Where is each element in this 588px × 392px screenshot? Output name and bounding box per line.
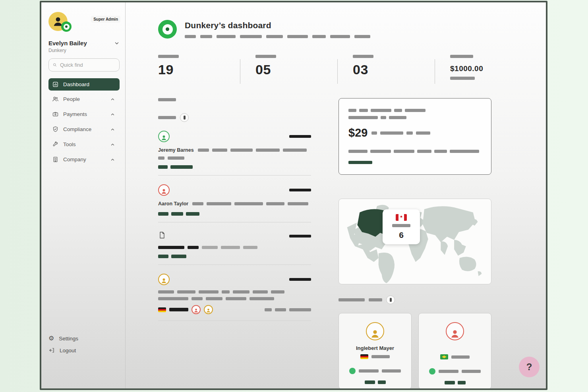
link-redacted[interactable]: [458, 381, 466, 384]
pagination-redacted[interactable]: [265, 308, 311, 311]
redacted-bar: [289, 308, 311, 311]
redacted-bar: [266, 35, 283, 38]
sidebar-item-tools[interactable]: Tools: [48, 138, 120, 151]
stat-value: 19: [158, 62, 225, 77]
activity-item[interactable]: [158, 265, 311, 321]
redacted-bar: [250, 297, 274, 300]
redacted-bar: [406, 131, 413, 135]
activity-item[interactable]: Jeremy Barnes: [158, 122, 311, 176]
redacted-bar: [288, 202, 308, 205]
redacted-bar: [192, 202, 203, 205]
sidebar-item-dashboard[interactable]: Dashboard: [48, 78, 120, 91]
search-input[interactable]: [60, 62, 116, 68]
info-toggle-button[interactable]: [386, 295, 395, 304]
link-redacted[interactable]: [445, 381, 455, 384]
profile-block: Super Admin: [48, 12, 120, 37]
status-dot-icon: [349, 368, 356, 374]
redacted-bar: [348, 150, 368, 153]
redacted-bar: [359, 369, 379, 373]
link-redacted[interactable]: [158, 255, 168, 258]
timestamp-redacted: [289, 189, 311, 191]
redacted-bar: [191, 297, 203, 300]
redacted-bar: [389, 116, 406, 119]
sidebar-item-label: People: [63, 96, 80, 102]
stat-card: 03: [353, 54, 420, 77]
sidebar-item-compliance[interactable]: Compliance: [48, 123, 120, 136]
person-card[interactable]: [418, 313, 491, 389]
person-card[interactable]: Inglebert Mayer: [338, 313, 412, 389]
main-content: Dunkery’s dashboard 19: [126, 2, 546, 388]
redacted-bar: [271, 290, 284, 294]
activity-item[interactable]: Aaron Taylor: [158, 176, 311, 222]
sidebar-item-people[interactable]: People: [48, 93, 120, 106]
redacted-bar: [265, 308, 272, 311]
link-redacted[interactable]: [158, 165, 168, 169]
activity-item[interactable]: [158, 222, 311, 265]
gear-icon: ⚙: [48, 335, 54, 342]
redacted-bar: [394, 109, 402, 112]
search-box[interactable]: [48, 58, 120, 71]
red-person-avatar: [158, 184, 170, 196]
plan-amount: $29: [348, 126, 368, 139]
redacted-bar: [266, 202, 284, 205]
help-button[interactable]: ?: [519, 357, 540, 377]
germany-flag-icon: [158, 307, 166, 312]
redacted-bar: [234, 202, 263, 205]
stat-value: 05: [255, 62, 322, 77]
link-redacted[interactable]: [365, 380, 375, 384]
person-icon: [205, 307, 211, 313]
redacted-bar: [338, 298, 365, 301]
redacted-bar: [417, 150, 431, 153]
logout-button[interactable]: Logout: [48, 347, 120, 353]
link-redacted[interactable]: [171, 212, 183, 216]
redacted-bar: [177, 290, 195, 294]
person-icon: [160, 134, 168, 141]
activity-title-redacted: [158, 98, 311, 101]
redacted-bar: [243, 246, 257, 249]
person-icon: [193, 307, 199, 313]
redacted-bar: [450, 77, 475, 80]
link-redacted[interactable]: [158, 212, 168, 216]
link-redacted[interactable]: [170, 165, 193, 169]
redacted-bar: [462, 370, 481, 373]
settings-button[interactable]: ⚙ Settings: [48, 335, 120, 342]
status-dot-icon: [429, 368, 435, 375]
redacted-bar: [283, 149, 307, 152]
link-redacted[interactable]: [171, 255, 186, 258]
redacted-bar: [158, 246, 184, 249]
redacted-bar: [222, 290, 230, 294]
redacted-bar: [354, 35, 370, 38]
redacted-bar: [371, 131, 377, 135]
stats-row: 19 05 03 $1000.00: [158, 54, 546, 84]
redacted-bar: [439, 370, 458, 373]
info-toggle-icon: [184, 116, 186, 120]
stat-divider: [240, 59, 240, 84]
redacted-bar: [158, 98, 176, 101]
stat-value: 03: [353, 62, 420, 77]
info-toggle-button[interactable]: [180, 113, 189, 122]
green-person-avatar: [158, 131, 170, 142]
sidebar-item-payments[interactable]: Payments: [48, 108, 120, 121]
redacted-bar: [158, 116, 176, 119]
chevron-down-icon[interactable]: [114, 41, 120, 46]
redacted-bar: [287, 35, 308, 38]
redacted-bar: [394, 150, 414, 153]
sidebar-item-company[interactable]: Company: [48, 153, 120, 166]
redacted-bar: [275, 308, 286, 311]
redacted-bar: [380, 131, 403, 135]
company-name: Dunkery: [48, 48, 120, 53]
brazil-flag-icon: [440, 354, 448, 359]
redacted-bar: [451, 355, 470, 359]
redacted-bar: [369, 298, 382, 301]
cta-link-redacted[interactable]: [348, 161, 372, 164]
yellow-person-avatar: [204, 305, 213, 314]
link-redacted[interactable]: [186, 212, 199, 216]
world-map-card: 6: [338, 199, 491, 284]
redacted-bar: [450, 55, 473, 58]
redacted-bar: [382, 369, 401, 373]
redacted-bar: [371, 355, 390, 358]
sidebar-item-label: Dashboard: [63, 81, 89, 87]
person-name: Inglebert Mayer: [356, 345, 394, 351]
link-redacted[interactable]: [378, 380, 386, 384]
user-switcher[interactable]: Evelyn Bailey: [48, 40, 120, 46]
